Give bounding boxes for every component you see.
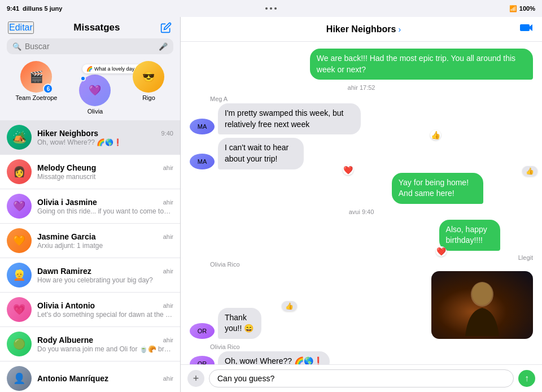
conv-name-jasmine: Jasmine Garcia	[37, 232, 96, 241]
conv-top-jasmine: Jasmine Garcia ahir	[37, 232, 173, 241]
conv-item-oliviaj[interactable]: 💜 Olivia i Jasmine ahir Going on this ri…	[0, 189, 180, 224]
dot3	[274, 7, 277, 10]
search-bar[interactable]: 🔍 🎤	[7, 38, 173, 54]
status-bar: 9:41 dilluns 5 juny 📶 100%	[0, 0, 542, 17]
search-icon: 🔍	[12, 42, 21, 51]
read-label: Llegit	[190, 254, 533, 261]
conv-item-antonio[interactable]: 👤 Antonio Manríquez ahir	[0, 361, 180, 392]
conv-avatar-hiker: 🏕️	[7, 125, 32, 150]
conv-time-jasmine: ahir	[163, 233, 173, 240]
compose-button[interactable]	[160, 21, 172, 34]
conv-time-oliviaj: ahir	[163, 199, 173, 206]
conv-name-dawn: Dawn Ramirez	[37, 267, 91, 276]
pinned-item-rigo[interactable]: 😎 Rigo	[133, 61, 164, 115]
chat-chevron-icon: ›	[398, 25, 401, 34]
message-bubble-8: Oh, wow! Where?? 🌈🌎❗	[218, 351, 330, 364]
pinned-avatar-wrap-rigo: 😎	[133, 61, 164, 93]
conv-name-oliviaj: Olivia i Jasmine	[37, 198, 97, 207]
video-call-button[interactable]	[519, 22, 533, 36]
pinned-badge-team: 6	[43, 84, 53, 94]
sender-label-mega: Meg A	[210, 95, 533, 102]
sender-label-olivia: Olivia Rico	[210, 261, 533, 268]
pinned-item-olivia[interactable]: 🌈 What a lovely day, sunshine! 💜 Olivia	[79, 75, 111, 115]
pinned-avatar-wrap-team: 🎬 6	[20, 61, 52, 93]
conv-avatar-oliviaa: 💗	[7, 297, 32, 322]
conv-item-jasmine[interactable]: 🧡 Jasmine Garcia ahir Arxiu adjunt: 1 im…	[0, 224, 180, 258]
chat-title: Hiker Neighbors	[326, 24, 396, 34]
conv-content-oliviaa: Olivia i Antonio ahir Let's do something…	[37, 301, 173, 319]
send-icon: ↑	[524, 373, 529, 384]
left-header: Editar Missatges	[0, 17, 180, 37]
reaction-heart-3: ❤️	[343, 165, 353, 175]
conv-avatar-antonio: 👤	[7, 366, 32, 391]
messages-area: We are back!!! Had the most epic trip. Y…	[181, 42, 542, 364]
conv-item-oliviaa[interactable]: 💗 Olivia i Antonio ahir Let's do somethi…	[0, 293, 180, 327]
conv-preview-oliviaa: Let's do something special for dawn at t…	[37, 311, 173, 319]
conv-name-antonio: Antonio Manríquez	[37, 374, 108, 383]
pinned-name-rigo: Rigo	[142, 94, 155, 101]
message-row-3: MA I can't wait to hear about your trip!…	[190, 138, 533, 169]
conv-top-antonio: Antonio Manríquez ahir	[37, 374, 173, 383]
conv-item-dawn[interactable]: 👱 Dawn Ramirez ahir How are you celebrat…	[0, 258, 180, 293]
chat-header-center[interactable]: Hiker Neighbors ›	[326, 24, 401, 34]
image-inner	[431, 271, 533, 339]
right-panel: Hiker Neighbors › We are back!!! Had the…	[181, 17, 542, 392]
conv-top-melody: Melody Cheung ahir	[37, 163, 173, 172]
edit-button[interactable]: Editar	[8, 21, 34, 34]
conv-preview-jasmine: Arxiu adjunt: 1 imatge	[37, 242, 173, 250]
msg-bubble-wrap-4: Yay for being home! And same here! 👍	[392, 173, 533, 204]
conv-name-melody: Melody Cheung	[37, 163, 96, 172]
conv-name-rody: Rody Albuerne	[37, 336, 93, 345]
left-panel: Editar Missatges 🔍 🎤 🎬 6 T	[0, 17, 181, 392]
conv-avatar-rody: 🟢	[7, 332, 32, 356]
conv-content-dawn: Dawn Ramirez ahir How are you celebratin…	[37, 267, 173, 284]
reaction-heart-5: ❤️	[436, 246, 447, 256]
message-row-8: OR Oh, wow! Where?? 🌈🌎❗	[190, 351, 533, 364]
message-row-1: We are back!!! Had the most epic trip. Y…	[190, 49, 533, 80]
wifi-icon: 📶	[509, 5, 517, 12]
conv-preview-rody: Do you wanna join me and Oli for 🍵🥐 brea…	[37, 345, 173, 353]
app-container: Editar Missatges 🔍 🎤 🎬 6 T	[0, 17, 542, 392]
send-button[interactable]: ↑	[518, 370, 535, 387]
msg-avatar-mega: MA	[190, 119, 215, 134]
conv-item-melody[interactable]: 👩 Melody Cheung ahir Missatge manuscrit	[0, 155, 180, 189]
conv-content-hiker: Hiker Neighbors 9:40 Oh, wow! Where?? 🌈🌎…	[37, 129, 173, 146]
conv-item-rody[interactable]: 🟢 Rody Albuerne ahir Do you wanna join m…	[0, 327, 180, 361]
svg-point-1	[471, 282, 493, 307]
sender-label-olivia-2: Olivia Rico	[210, 343, 533, 350]
message-input[interactable]	[209, 369, 514, 387]
conv-top-hiker: Hiker Neighbors 9:40	[37, 129, 173, 138]
input-bar: + ↑	[181, 364, 542, 392]
conv-time-dawn: ahir	[163, 268, 173, 275]
msg-avatar-olivia: OR	[190, 323, 215, 339]
conv-time-oliviaa: ahir	[163, 302, 173, 309]
conv-content-melody: Melody Cheung ahir Missatge manuscrit	[37, 163, 173, 181]
msg-bubble-wrap-5: Also, happy birthday!!!! ❤️	[439, 220, 533, 251]
message-row-5: Also, happy birthday!!!! ❤️	[190, 220, 533, 251]
message-bubble-3: I can't wait to hear about your trip!	[218, 138, 304, 169]
conv-content-jasmine: Jasmine Garcia ahir Arxiu adjunt: 1 imat…	[37, 232, 173, 250]
status-date: dilluns 5 juny	[23, 5, 62, 12]
conv-time-melody: ahir	[163, 164, 173, 171]
conv-content-rody: Rody Albuerne ahir Do you wanna join me …	[37, 336, 173, 353]
conv-avatar-melody: 👩	[7, 159, 32, 184]
conv-time-hiker: 9:40	[161, 130, 173, 137]
conv-item-hiker[interactable]: 🏕️ Hiker Neighbors 9:40 Oh, wow! Where??…	[0, 120, 180, 155]
plus-button[interactable]: +	[187, 370, 204, 387]
msg-avatar-mega-3: MA	[190, 154, 215, 169]
plus-icon: +	[193, 373, 199, 385]
message-bubble-5: Also, happy birthday!!!!	[439, 220, 500, 251]
pinned-contacts-row: 🎬 6 Team Zoetrope 🌈 What a lovely day, s…	[0, 59, 180, 120]
msg-bubble-wrap-6: Thank you!! 😄 👍	[218, 308, 285, 339]
search-input[interactable]	[25, 42, 155, 51]
conv-time-rody: ahir	[163, 337, 173, 343]
pinned-item-team-zoetrope[interactable]: 🎬 6 Team Zoetrope	[16, 61, 58, 115]
pinned-avatar-rigo: 😎	[133, 61, 164, 93]
reaction-thumbs-6: 👍	[282, 301, 297, 311]
message-bubble-6: Thank you!! 😄	[218, 308, 261, 339]
conv-preview-melody: Missatge manuscrit	[37, 173, 173, 181]
conv-top-dawn: Dawn Ramirez ahir	[37, 267, 173, 276]
conv-avatar-dawn: 👱	[7, 263, 32, 288]
conv-content-oliviaj: Olivia i Jasmine ahir Going on this ride…	[37, 198, 173, 215]
message-image-7	[431, 271, 533, 339]
